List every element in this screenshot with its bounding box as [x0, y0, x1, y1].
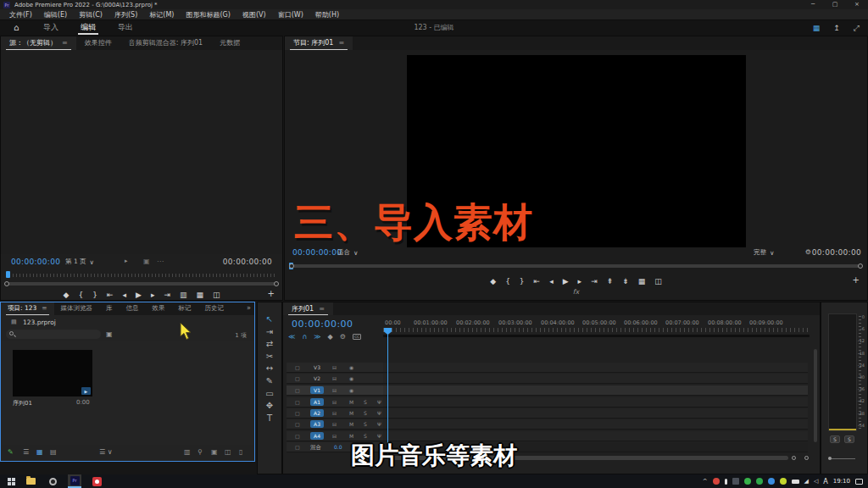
ripple-edit-tool[interactable]: ⇄ [258, 339, 281, 348]
source-patch-icon[interactable]: ⊟ [332, 433, 337, 440]
insert-overwrite-toggle-icon[interactable]: ≪ [288, 333, 295, 341]
source-patch-icon[interactable]: ⊟ [332, 375, 337, 382]
go-to-in-button[interactable]: ⇤ [534, 277, 541, 286]
toggle-track-output-icon[interactable]: ◉ [349, 375, 353, 382]
solo-button[interactable]: S [364, 421, 367, 428]
track-lock-icon[interactable]: ▢ [295, 387, 300, 394]
tray-blue-icon[interactable] [768, 478, 775, 485]
menu-item[interactable]: 剪辑(C) [73, 9, 108, 20]
source-scrub-bar[interactable] [6, 271, 277, 278]
source-patch-icon[interactable]: ⊟ [332, 364, 337, 371]
source-tab[interactable]: 元数据 [211, 36, 248, 50]
find-button[interactable]: ⚲ [198, 448, 203, 456]
program-current-timecode[interactable]: 00:00:00:00 [292, 248, 342, 257]
freeform-view-button[interactable]: ▤ [50, 448, 57, 456]
add-marker-icon[interactable]: ◆ [328, 333, 333, 341]
project-tab[interactable]: 效果 [146, 302, 172, 315]
timeline-playhead-head[interactable] [384, 328, 392, 335]
list-view-button[interactable]: ☰ [23, 448, 29, 456]
mark-in-button[interactable]: { [505, 277, 510, 286]
solo-left-button[interactable]: S [830, 435, 840, 443]
source-tab[interactable]: 音频剪辑混合器: 序列01 [120, 36, 211, 50]
voiceover-record-icon[interactable]: Ψ [377, 433, 381, 440]
new-bin-button[interactable]: ▣ [211, 448, 218, 456]
breadcrumb-label[interactable]: 123.prproj [23, 319, 56, 326]
zoom-handle-right[interactable] [274, 281, 279, 286]
sort-icons-button[interactable]: ☰ ∨ [99, 448, 113, 456]
panel-menu-icon[interactable]: ≡ [338, 39, 344, 47]
timeline-playhead-line[interactable] [387, 331, 388, 457]
play-button[interactable]: ▶ [563, 277, 569, 286]
project-writable-icon[interactable]: ✎ [8, 448, 14, 456]
automate-to-sequence-button[interactable]: ▥ [184, 448, 191, 456]
timeline-ruler[interactable]: 00:0000:01:00:0000:02:00:0000:03:00:0000… [383, 319, 810, 333]
add-marker-button[interactable]: ◆ [63, 291, 69, 299]
selection-tool[interactable]: ↖ [258, 314, 281, 324]
delete-button[interactable]: ▯ [239, 448, 242, 456]
play-button[interactable]: ▶ [136, 291, 142, 299]
button-editor-icon[interactable]: + [853, 275, 860, 285]
source-tab[interactable]: 效果控件 [76, 36, 120, 50]
microphone-icon[interactable] [725, 479, 727, 485]
hidden-icons-chevron[interactable]: ^ [703, 478, 708, 485]
playback-resolution-dropdown[interactable]: 完整 ∨ [754, 248, 796, 257]
project-tab[interactable]: 标记 [172, 302, 198, 315]
panel-menu-icon[interactable]: ≡ [319, 305, 325, 313]
workspace-switcher-icon[interactable]: ▦ [813, 24, 821, 32]
page-next-icon[interactable]: ▸ [125, 258, 128, 264]
page-select-dropdown[interactable]: 第 1 页 ∨ [65, 258, 118, 266]
solo-right-button[interactable]: S [844, 435, 854, 443]
linked-selection-icon[interactable]: ≫ [314, 333, 320, 341]
sequence-thumbnail[interactable]: ▶ [13, 350, 92, 396]
timeline-zoom-out-handle[interactable] [792, 456, 796, 460]
solo-button[interactable]: S [364, 399, 367, 406]
track-target-button[interactable]: V1 [310, 386, 324, 394]
menu-item[interactable]: 帮助(H) [309, 9, 345, 20]
project-tab[interactable]: 媒体浏览器 [54, 302, 100, 315]
zoom-handle-left[interactable] [4, 281, 9, 286]
solo-button[interactable]: S [364, 433, 367, 440]
go-to-in-button[interactable]: ⇤ [107, 291, 114, 299]
meter-zoom-slider[interactable] [828, 458, 855, 459]
panel-menu-icon[interactable]: ≡ [62, 39, 68, 47]
track-lane-A2[interactable] [383, 408, 808, 419]
mark-out-button[interactable]: } [520, 277, 525, 286]
track-lock-icon[interactable]: ▢ [295, 410, 300, 417]
export-frame-button[interactable]: ▦ [638, 277, 646, 286]
voiceover-record-icon[interactable]: Ψ [377, 421, 381, 428]
overwrite-button[interactable]: ▦ [196, 291, 203, 299]
project-tab[interactable]: 项目: 123≡ [1, 302, 54, 315]
filter-bin-icon[interactable]: ▣ [106, 330, 113, 338]
track-select-forward-tool[interactable]: ⇥ [258, 327, 281, 336]
source-playhead[interactable] [6, 271, 10, 278]
source-zoom-scrollbar[interactable] [4, 281, 279, 287]
new-item-button[interactable]: ◫ [225, 448, 231, 456]
panel-menu-icon[interactable]: ≡ [42, 304, 47, 312]
step-back-button[interactable]: ◂ [122, 291, 126, 299]
project-tab[interactable]: 历史记 [198, 302, 231, 315]
clock[interactable]: 19:10 [833, 478, 850, 485]
track-target-button[interactable]: A2 [310, 409, 324, 417]
source-current-timecode[interactable]: 00:00:00:00 [11, 258, 60, 266]
track-lock-icon[interactable]: ▢ [295, 364, 300, 371]
work-area-bar[interactable] [383, 335, 810, 337]
mute-button[interactable]: M [349, 410, 353, 417]
track-target-button[interactable]: A4 [310, 432, 324, 440]
taskbar-premiere-button[interactable]: Pr [68, 474, 81, 488]
comparison-view-button[interactable]: ◫ [654, 277, 662, 286]
track-lock-icon[interactable]: ▢ [295, 444, 300, 451]
track-lane-V2[interactable] [383, 374, 808, 384]
tray-yellow-icon[interactable] [780, 478, 787, 485]
timeline-timecode[interactable]: 00:00:00:00 [292, 319, 353, 330]
source-patch-icon[interactable]: ⊟ [332, 421, 337, 428]
source-patch-icon[interactable]: ⊟ [332, 399, 337, 406]
track-lane-A1[interactable] [383, 397, 808, 408]
mute-button[interactable]: M [349, 399, 353, 406]
search-input[interactable] [6, 330, 101, 339]
step-back-button[interactable]: ◂ [549, 277, 554, 286]
voiceover-record-icon[interactable]: Ψ [377, 399, 381, 406]
volume-icon[interactable]: ◁ [814, 478, 818, 485]
tray-red-icon[interactable] [713, 478, 720, 485]
battery-icon[interactable] [792, 480, 799, 484]
program-scrub-bar[interactable] [289, 263, 863, 269]
